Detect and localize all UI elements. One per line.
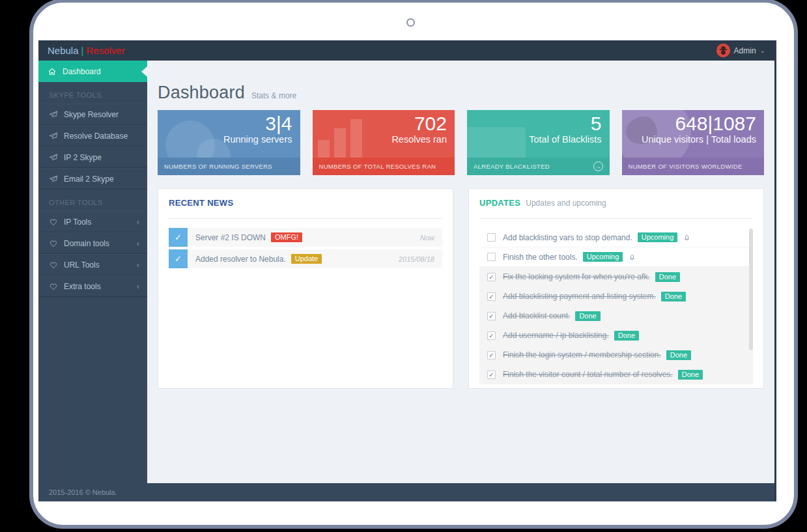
update-item: ✓Add blacklisting payment and listing sy…	[479, 287, 753, 306]
update-text: Finish the login system / membership sec…	[503, 350, 661, 359]
updates-list: Add blacklisting vars to stop demand.Upc…	[479, 228, 753, 384]
brand-product: Resolver	[86, 45, 124, 56]
update-badge: Done	[575, 311, 600, 321]
sidebar-item-label: Skype Resolver	[64, 110, 119, 119]
sidebar-section-title: OTHER TOOLS	[38, 189, 147, 211]
checkbox[interactable]	[487, 233, 496, 242]
sidebar-item-domain-tools[interactable]: Domain tools‹	[38, 232, 147, 254]
stat-footer-label: ALREADY BLACKLISTED	[474, 163, 550, 170]
paper-plane-icon	[49, 153, 58, 162]
sidebar-item-label: Email 2 Skype	[64, 175, 114, 184]
avatar	[716, 44, 730, 57]
news-text: Added resolver to Nebula.	[195, 255, 286, 264]
stat-label: Total of Blacklists	[529, 134, 601, 145]
main-content: Dashboard Stats & more 3|4Running server…	[147, 61, 774, 483]
sidebar-item-skype-resolver[interactable]: Skype Resolver	[38, 104, 147, 125]
checkbox[interactable]	[487, 253, 496, 261]
checkbox[interactable]: ✓	[487, 331, 496, 340]
checkbox[interactable]: ✓	[487, 351, 496, 359]
stat-card-total-of-blacklists: 5Total of BlacklistsALREADY BLACKLISTED→	[467, 110, 610, 175]
page-header: Dashboard Stats & more	[158, 83, 764, 101]
stat-cards-row: 3|4Running serversNUMBERS OF RUNNING SER…	[158, 110, 764, 175]
checkbox[interactable]: ✓	[487, 312, 496, 320]
paper-plane-icon	[49, 132, 58, 141]
brand-logo[interactable]: Nebula|Resolver	[48, 45, 125, 56]
update-item: ✓Finish the login system / membership se…	[479, 345, 753, 365]
sidebar-item-label: Extra tools	[64, 282, 101, 291]
sidebar-item-dashboard[interactable]: Dashboard	[38, 61, 147, 82]
sidebar-item-ip-2-skype[interactable]: IP 2 Skype	[38, 147, 147, 168]
top-navbar: Nebula|Resolver Admin ⌄	[38, 40, 774, 61]
stat-value: 3|4	[223, 113, 292, 134]
panel-title-updates: UPDATES	[479, 198, 520, 208]
stat-value: 5	[529, 113, 601, 134]
stat-value: 702	[391, 113, 447, 134]
update-text: Add blacklisting vars to stop demand.	[503, 233, 632, 242]
page-title: Dashboard	[158, 83, 245, 103]
stat-card-unique-visitors-total-loads: 648|1087Unique visitors | Total loadsNUM…	[622, 110, 765, 175]
stat-footer-label: NUMBER OF VISITORS WORLDWIDE	[629, 163, 743, 170]
news-text: Server #2 IS DOWN	[195, 233, 266, 242]
stat-footer-label: NUMBERS OF RUNNING SERVERS	[164, 163, 272, 170]
update-badge: Upcoming	[583, 252, 623, 262]
brand-separator: |	[81, 45, 84, 56]
update-badge: Done	[678, 370, 703, 380]
checkbox[interactable]: ✓	[487, 273, 496, 281]
sidebar-item-extra-tools[interactable]: Extra tools‹	[38, 275, 147, 297]
paper-plane-icon	[49, 110, 58, 119]
news-item: ✓Added resolver to Nebula.Update2015/08/…	[169, 249, 442, 268]
news-timestamp: Now	[420, 234, 434, 242]
bell-icon	[628, 253, 636, 261]
spy-icon	[716, 44, 730, 57]
check-icon: ✓	[169, 228, 188, 247]
arrow-circle-right-icon[interactable]: →	[593, 161, 603, 171]
news-badge: OMFG!	[271, 232, 302, 242]
update-item: ✓Add username / ip blacklisting.Done	[479, 326, 753, 345]
news-timestamp: 2015/08/18	[399, 255, 434, 263]
update-badge: Done	[666, 350, 691, 360]
checkbox[interactable]: ✓	[487, 292, 496, 301]
divider	[479, 218, 753, 219]
sidebar-item-label: Dashboard	[63, 67, 101, 76]
stat-footer-label: NUMBERS OF TOTAL RESOLVES RAN	[319, 163, 436, 170]
stat-label: Running servers	[223, 134, 292, 145]
stat-card-resolves-ran: 702Resolves ranNUMBERS OF TOTAL RESOLVES…	[313, 110, 455, 175]
stat-label: Unique visitors | Total loads	[642, 134, 756, 145]
update-text: Add username / ip blacklisting.	[503, 331, 609, 340]
news-list: ✓Server #2 IS DOWNOMFG!Now✓Added resolve…	[169, 228, 442, 268]
sidebar-item-email-2-skype[interactable]: Email 2 Skype	[38, 168, 147, 189]
update-badge: Upcoming	[638, 232, 678, 242]
chevron-left-icon: ‹	[137, 238, 139, 248]
sidebar-item-ip-tools[interactable]: IP Tools‹	[38, 211, 147, 232]
update-text: Add blacklisting payment and listing sys…	[503, 292, 656, 301]
paper-plane-icon	[49, 175, 58, 184]
user-name: Admin	[734, 46, 756, 55]
update-item: Finish the other tools.Upcoming	[479, 247, 753, 267]
scrollbar-thumb[interactable]	[749, 229, 753, 350]
chevron-left-icon: ‹	[137, 260, 139, 270]
footer: 2015-2016 © Nebula.	[38, 483, 774, 501]
panels-row: RECENT NEWS ✓Server #2 IS DOWNOMFG!Now✓A…	[158, 188, 764, 389]
check-icon: ✓	[169, 249, 188, 268]
sidebar-item-resolve-database[interactable]: Resolve Database	[38, 125, 147, 147]
stat-card-running-servers: 3|4Running serversNUMBERS OF RUNNING SER…	[158, 110, 300, 175]
update-text: Finish the visitor count / total number …	[503, 370, 673, 379]
sidebar-item-label: IP 2 Skype	[64, 153, 102, 162]
update-badge: Done	[661, 292, 686, 301]
checkbox[interactable]: ✓	[487, 371, 496, 379]
sidebar-item-label: IP Tools	[64, 217, 91, 227]
stat-label: Resolves ran	[391, 134, 447, 145]
heart-icon	[49, 239, 58, 248]
panel-subtitle-updates: Updates and upcoming	[526, 199, 606, 208]
home-icon	[48, 67, 57, 76]
update-item: Add blacklisting vars to stop demand.Upc…	[479, 228, 753, 247]
update-badge: Done	[655, 272, 680, 282]
sidebar-item-label: Resolve Database	[64, 132, 128, 141]
copyright-text: 2015-2016 © Nebula.	[49, 488, 117, 496]
update-item: ✓Add blacklist count.Done	[479, 306, 753, 326]
user-menu[interactable]: Admin ⌄	[716, 44, 765, 57]
update-badge: Done	[614, 331, 639, 341]
chevron-left-icon: ‹	[137, 217, 139, 227]
recent-news-panel: RECENT NEWS ✓Server #2 IS DOWNOMFG!Now✓A…	[158, 188, 453, 389]
sidebar-item-url-tools[interactable]: URL Tools‹	[38, 254, 147, 275]
